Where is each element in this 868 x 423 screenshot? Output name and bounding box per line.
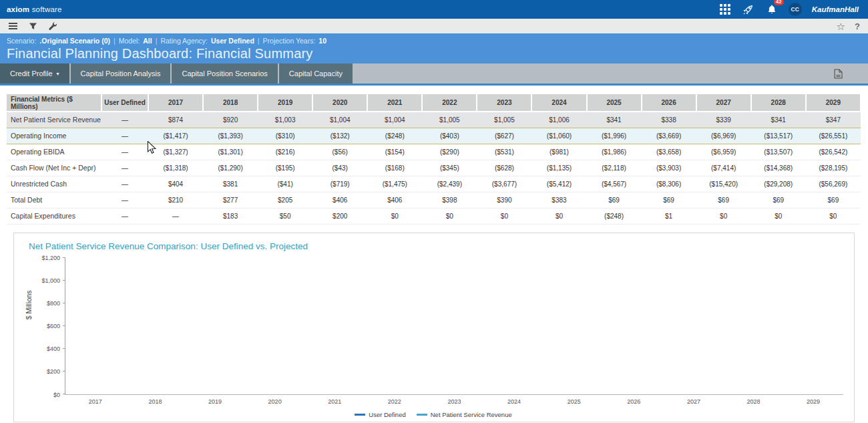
dashboard-tab-bar: Credit Profile▾Capital Position Analysis… bbox=[0, 63, 868, 86]
metric-value: $183 bbox=[203, 208, 258, 224]
context-value: All bbox=[143, 37, 152, 45]
metric-value: — bbox=[148, 208, 203, 224]
revenue-comparison-chart-panel: Net Patient Service Revenue Comparison: … bbox=[13, 233, 855, 422]
column-header: 2025 bbox=[587, 94, 642, 112]
tab-capital-capacity[interactable]: Capital Capacity bbox=[279, 63, 353, 84]
table-row[interactable]: Cash Flow (Net Inc + Depr)—($1,318)($1,2… bbox=[7, 160, 861, 176]
favorite-star-icon[interactable]: ☆ bbox=[837, 21, 845, 31]
table-row[interactable]: Operating Income—($1,417)($1,393)($310)(… bbox=[7, 128, 861, 144]
tab-capital-position-scenarios[interactable]: Capital Position Scenarios bbox=[172, 63, 277, 84]
column-header: 2028 bbox=[751, 94, 806, 112]
y-tick-label: $0 bbox=[53, 392, 60, 398]
menu-hamburger-icon[interactable] bbox=[5, 20, 20, 32]
y-tick-label: $600 bbox=[47, 323, 60, 329]
metric-value: ($3,903) bbox=[642, 160, 696, 176]
x-axis-label: 2019 bbox=[185, 398, 245, 405]
user-avatar[interactable]: CC bbox=[789, 3, 802, 16]
metric-value: ($41) bbox=[258, 176, 312, 192]
metric-value: $920 bbox=[203, 112, 258, 128]
y-tick-label: $400 bbox=[47, 345, 60, 352]
x-axis-label: 2023 bbox=[425, 398, 485, 405]
metric-value: ($6,959) bbox=[696, 144, 751, 160]
page-title: Financial Planning Dashboard: Financial … bbox=[7, 46, 868, 61]
metric-value: ($56) bbox=[312, 144, 367, 160]
table-row[interactable]: Net Patient Service Revenue—$874$920$1,0… bbox=[7, 112, 861, 128]
metric-value: ($14,368) bbox=[751, 160, 806, 176]
wrench-icon[interactable] bbox=[45, 20, 60, 32]
context-value: .Original Scenario (0) bbox=[39, 37, 110, 45]
y-tick-label: $800 bbox=[47, 300, 60, 307]
metric-value: $0 bbox=[696, 208, 751, 224]
legend-item-user-defined[interactable]: User Defined bbox=[355, 411, 405, 418]
tab-label: Credit Profile bbox=[10, 69, 53, 78]
metric-value: ($1,327) bbox=[148, 144, 203, 160]
table-row[interactable]: Total Debt—$210$277$205$406$406$398$390$… bbox=[7, 192, 861, 208]
metric-value: ($310) bbox=[258, 128, 312, 144]
x-axis-labels: 2017201820192020202120222023202420252026… bbox=[65, 398, 843, 405]
metric-value: ($132) bbox=[312, 128, 367, 144]
metric-value: $0 bbox=[477, 208, 531, 224]
metric-value: ($3,677) bbox=[477, 176, 531, 192]
metric-value: ($1,060) bbox=[531, 128, 586, 144]
y-tick-mark bbox=[63, 394, 65, 394]
y-tick-mark bbox=[63, 257, 65, 258]
metric-value: ($4,567) bbox=[587, 176, 642, 192]
table-row[interactable]: Capital Expenditures——$183$50$200$0$0$0$… bbox=[7, 208, 861, 224]
metric-value: ($5,412) bbox=[531, 176, 586, 192]
metric-value: ($345) bbox=[422, 160, 477, 176]
metric-value: ($2,439) bbox=[422, 176, 477, 192]
metric-value: ($1,393) bbox=[203, 128, 258, 144]
metric-value: ($6,969) bbox=[696, 128, 751, 144]
metric-value: $347 bbox=[806, 112, 861, 128]
metric-value: $277 bbox=[203, 192, 258, 208]
metric-value: $0 bbox=[531, 208, 586, 224]
x-axis-label: 2028 bbox=[724, 398, 784, 405]
metric-value: ($154) bbox=[367, 144, 422, 160]
export-report-icon[interactable] bbox=[834, 69, 843, 79]
metric-value: ($8,306) bbox=[642, 176, 696, 192]
legend-item-net-patient-service-revenue[interactable]: Net Patient Service Revenue bbox=[417, 411, 512, 418]
metric-value: ($168) bbox=[367, 160, 422, 176]
metric-value: $69 bbox=[587, 192, 642, 208]
table-row[interactable]: Unrestricted Cash—$404$381($41)($719)($1… bbox=[7, 176, 861, 192]
rocket-icon[interactable] bbox=[742, 3, 755, 16]
legend-label: User Defined bbox=[369, 411, 405, 418]
metric-value: $1,003 bbox=[258, 112, 312, 128]
metric-value: $0 bbox=[367, 208, 422, 224]
legend-swatch bbox=[355, 414, 365, 416]
metric-value: ($1,290) bbox=[203, 160, 258, 176]
metric-value: ($628) bbox=[477, 160, 531, 176]
metric-value: ($248) bbox=[367, 128, 422, 144]
help-icon[interactable]: ? bbox=[855, 21, 860, 31]
metric-value: $341 bbox=[587, 112, 642, 128]
tab-credit-profile[interactable]: Credit Profile▾ bbox=[0, 63, 69, 84]
context-label: Model: bbox=[119, 37, 140, 45]
column-header: 2027 bbox=[696, 94, 751, 112]
metric-value: $1,004 bbox=[367, 112, 422, 128]
column-header: 2029 bbox=[806, 94, 861, 112]
x-axis-label: 2027 bbox=[664, 398, 724, 405]
metric-value: ($3,669) bbox=[642, 128, 696, 144]
metric-value: — bbox=[101, 208, 148, 224]
x-axis-label: 2022 bbox=[365, 398, 425, 405]
filter-icon[interactable] bbox=[25, 20, 40, 32]
metric-value: ($1,996) bbox=[587, 128, 642, 144]
metric-value: $0 bbox=[751, 208, 806, 224]
y-tick-mark bbox=[63, 371, 65, 372]
metric-value: ($26,542) bbox=[806, 144, 861, 160]
metric-value: ($15,420) bbox=[696, 176, 751, 192]
tab-capital-position-analysis[interactable]: Capital Position Analysis bbox=[71, 63, 171, 84]
table-row[interactable]: Operating EBIDA—($1,327)($1,301)($216)($… bbox=[7, 144, 861, 160]
y-tick-label: $1,200 bbox=[41, 255, 60, 261]
metric-value: $398 bbox=[422, 192, 477, 208]
notifications-bell-icon[interactable]: 42 bbox=[765, 3, 779, 16]
bar-chart-plot-area bbox=[65, 258, 843, 395]
y-tick-label: $1,000 bbox=[41, 277, 60, 284]
metric-value: $406 bbox=[367, 192, 422, 208]
metric-value: — bbox=[101, 192, 148, 208]
metric-value: ($29,208) bbox=[751, 176, 806, 192]
metric-value: — bbox=[101, 176, 148, 192]
x-axis-label: 2018 bbox=[126, 398, 186, 405]
app-grid-icon[interactable] bbox=[718, 3, 732, 16]
metric-value: ($216) bbox=[258, 144, 312, 160]
